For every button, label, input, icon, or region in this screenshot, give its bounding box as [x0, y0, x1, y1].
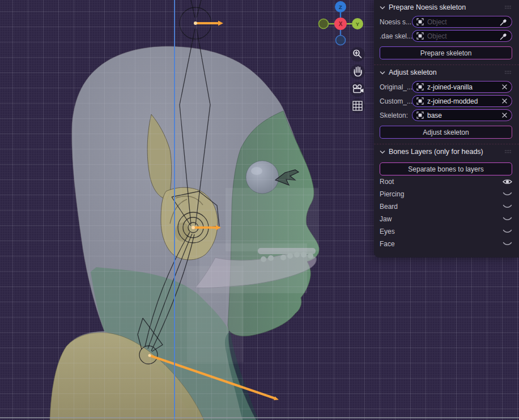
object-field-value: base [427, 112, 498, 119]
svg-text:Z: Z [339, 4, 342, 10]
eye-closed-icon[interactable] [503, 216, 512, 222]
n-panel-sidebar: Prepare Noesis skeleton Noesis s... Obje… [374, 0, 519, 258]
zoom-icon[interactable] [350, 47, 365, 62]
grip-icon[interactable] [504, 5, 512, 10]
object-data-icon [416, 97, 424, 105]
layer-row-jaw[interactable]: Jaw [380, 213, 512, 225]
field-label: Original_... [380, 83, 412, 91]
layer-row-face[interactable]: Face [380, 238, 512, 250]
svg-text:Y: Y [356, 21, 360, 27]
layer-row-piercing[interactable]: Piercing [380, 188, 512, 200]
grip-icon[interactable] [504, 149, 512, 154]
field-label: Noesis s... [380, 18, 412, 26]
eye-closed-icon[interactable] [503, 204, 512, 209]
axis-y-ball[interactable]: Y [352, 18, 363, 29]
axis-x-ball[interactable]: X [334, 18, 347, 30]
adjust-skeleton-button[interactable]: Adjust skeleton [380, 126, 512, 139]
eye-open-icon[interactable] [503, 178, 512, 185]
panel-title: Bones Layers (only for heads) [389, 148, 483, 156]
panel-prepare-noesis-skeleton: Prepare Noesis skeleton Noesis s... Obje… [374, 0, 519, 64]
dae-skeleton-object-field[interactable]: Object [412, 30, 512, 42]
object-field-placeholder: Object [427, 18, 496, 26]
prepare-skeleton-button[interactable]: Prepare skeleton [380, 46, 512, 59]
noesis-skeleton-object-field[interactable]: Object [412, 16, 512, 28]
layer-row-eyes[interactable]: Eyes [380, 225, 512, 238]
layer-label: Root [380, 178, 394, 186]
axis-neg-y-ball[interactable] [319, 19, 329, 29]
layer-row-root[interactable]: Root [380, 175, 512, 188]
panel-adjust-skeleton: Adjust skeleton Original_... z-joined-va… [374, 65, 519, 143]
clear-x-icon[interactable] [501, 98, 508, 104]
panel-header-adjust[interactable]: Adjust skeleton [380, 66, 512, 79]
separate-bones-button[interactable]: Separate bones to layers [380, 162, 512, 175]
eyeball-mesh[interactable] [246, 161, 279, 194]
object-data-icon [416, 32, 424, 40]
camera-icon[interactable] [350, 82, 365, 97]
panel-header-bones-layers[interactable]: Bones Layers (only for heads) [380, 145, 512, 158]
svg-text:X: X [339, 21, 343, 27]
eye-closed-icon[interactable] [503, 241, 512, 247]
layer-label: Eyes [380, 228, 395, 235]
object-field-value: z-joined-modded [427, 97, 498, 105]
layer-label: Face [380, 240, 395, 248]
viewport-overlays: Z X Y [306, 0, 380, 122]
object-field-placeholder: Object [427, 32, 496, 40]
panel-title: Prepare Noesis skeleton [389, 3, 466, 11]
eye-closed-icon[interactable] [503, 191, 512, 197]
field-label: Skeleton: [380, 112, 412, 119]
object-field-value: z-joined-vanilla [427, 83, 498, 91]
chevron-down-icon [380, 150, 385, 154]
object-data-icon [416, 112, 424, 119]
field-label: Custom_... [380, 97, 412, 105]
object-data-icon [416, 18, 424, 25]
grid-icon[interactable] [350, 98, 365, 113]
chevron-down-icon [380, 71, 385, 75]
blender-window: Z X Y [0, 0, 519, 420]
field-label: .dae skel... [380, 32, 412, 40]
object-data-icon [416, 83, 424, 91]
axis-z-ball[interactable]: Z [335, 1, 346, 12]
chevron-down-icon [380, 6, 385, 10]
hand-icon[interactable] [350, 65, 365, 79]
eyedropper-icon[interactable] [500, 32, 508, 40]
eyedropper-icon[interactable] [500, 18, 508, 26]
clear-x-icon[interactable] [501, 84, 508, 90]
layer-label: Jaw [380, 215, 392, 223]
panel-bones-layers: Bones Layers (only for heads) Separate b… [374, 144, 519, 255]
original-object-field[interactable]: z-joined-vanilla [412, 81, 512, 93]
panel-title: Adjust skeleton [389, 68, 437, 76]
layer-label: Piercing [380, 190, 404, 198]
grip-icon[interactable] [504, 70, 512, 75]
clear-x-icon[interactable] [501, 112, 508, 118]
skeleton-object-field[interactable]: base [412, 109, 512, 121]
custom-object-field[interactable]: z-joined-modded [412, 95, 512, 107]
axis-neg-z-ball[interactable] [336, 36, 346, 45]
axis-gizmo[interactable]: Z X Y [319, 1, 364, 45]
eye-closed-icon[interactable] [503, 229, 512, 234]
panel-header-prepare[interactable]: Prepare Noesis skeleton [380, 1, 512, 14]
layer-row-beard[interactable]: Beard [380, 200, 512, 213]
layer-label: Beard [380, 203, 398, 211]
